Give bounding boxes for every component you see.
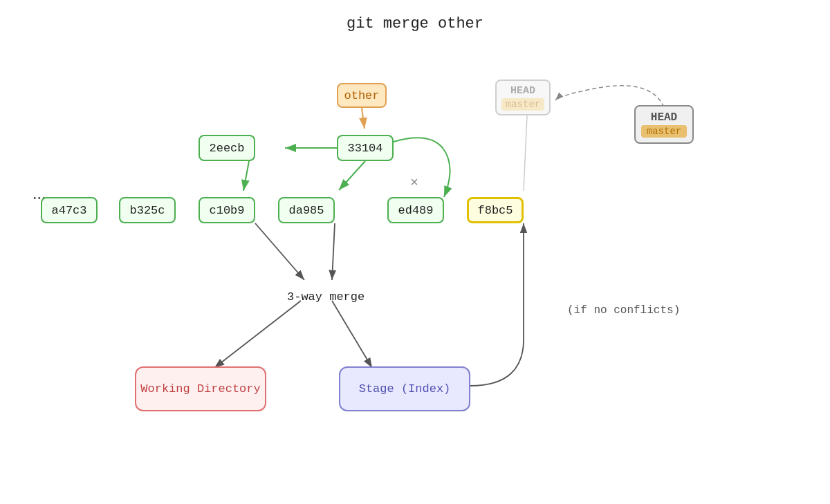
arrows-svg — [0, 0, 830, 504]
node-c10b9: c10b9 — [199, 197, 255, 223]
diagram-container: git merge other ··· a47c3 b325c c10b9 da… — [0, 0, 830, 504]
svg-line-15 — [255, 223, 304, 280]
node-a47c3: a47c3 — [41, 197, 98, 223]
label-head-master-active: HEAD master — [634, 105, 694, 144]
svg-line-18 — [332, 301, 372, 368]
svg-line-13 — [362, 108, 365, 129]
node-ed489: ed489 — [387, 197, 444, 223]
node-da985: da985 — [278, 197, 335, 223]
label-other: other — [337, 83, 387, 108]
node-2eecb: 2eecb — [199, 135, 255, 161]
merge-label: 3-way merge — [287, 290, 365, 304]
ghost-master-label: master — [501, 98, 544, 111]
svg-line-16 — [332, 223, 335, 280]
conflicts-label: (if no conflicts) — [567, 304, 680, 317]
node-f8bc5: f8bc5 — [467, 197, 524, 223]
page-title: git merge other — [347, 15, 483, 32]
svg-line-14 — [524, 115, 527, 191]
svg-line-17 — [214, 301, 301, 368]
svg-line-12 — [243, 161, 249, 191]
cross-mark: × — [410, 175, 418, 191]
node-33104: 33104 — [337, 135, 394, 161]
active-master-label: master — [641, 125, 687, 138]
active-head-label: HEAD — [651, 111, 677, 124]
ghost-head-label: HEAD — [510, 85, 535, 97]
node-b325c: b325c — [119, 197, 176, 223]
stage-index-box: Stage (Index) — [339, 366, 470, 411]
working-directory-box: Working Directory — [135, 366, 266, 411]
svg-line-11 — [339, 161, 365, 190]
label-head-master-ghost: HEAD master — [495, 80, 551, 115]
